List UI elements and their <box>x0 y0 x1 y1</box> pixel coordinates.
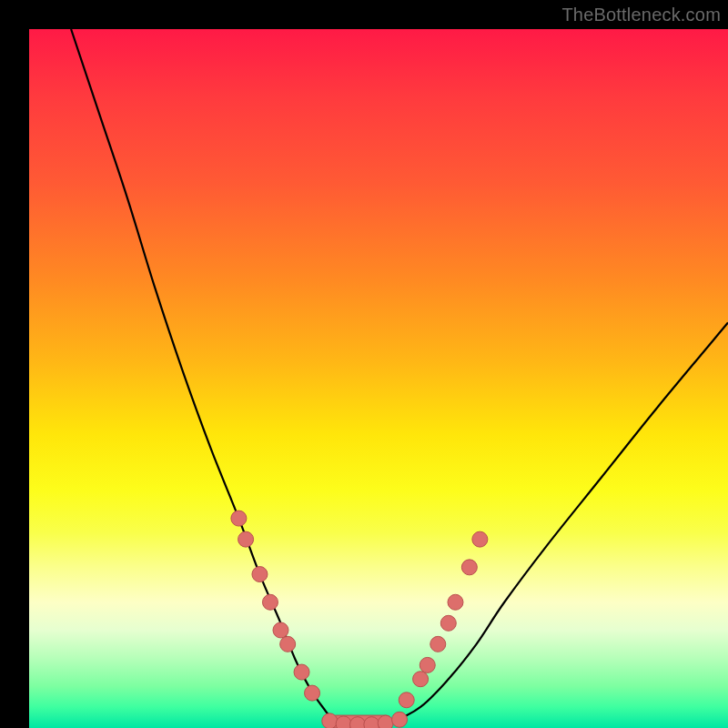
data-dot <box>262 594 278 610</box>
data-dot <box>273 622 288 638</box>
data-dot <box>280 636 296 652</box>
data-dot <box>392 712 408 727</box>
data-dot <box>294 664 309 680</box>
data-dot <box>364 717 379 728</box>
data-dot <box>322 713 338 728</box>
data-dot <box>231 511 247 526</box>
chart-frame: TheBottleneck.com <box>0 0 728 728</box>
bottleneck-curve <box>71 29 728 724</box>
data-dot <box>413 672 429 687</box>
data-dot <box>378 715 393 728</box>
data-dot <box>305 685 320 701</box>
data-dot <box>440 615 456 631</box>
data-dot <box>430 636 446 652</box>
data-dot <box>238 531 254 547</box>
data-dot <box>399 693 414 708</box>
data-dots-group <box>231 511 488 728</box>
curve-group <box>71 29 728 728</box>
data-dot <box>349 717 365 728</box>
data-dot <box>461 560 477 575</box>
bottleneck-curve-svg <box>29 29 728 728</box>
data-dot <box>336 716 351 728</box>
data-dot <box>448 594 463 610</box>
data-dot <box>472 531 488 547</box>
watermark-label: TheBottleneck.com <box>561 5 721 25</box>
data-dot <box>252 567 268 582</box>
data-dot <box>420 657 435 672</box>
plot-area <box>29 29 728 728</box>
